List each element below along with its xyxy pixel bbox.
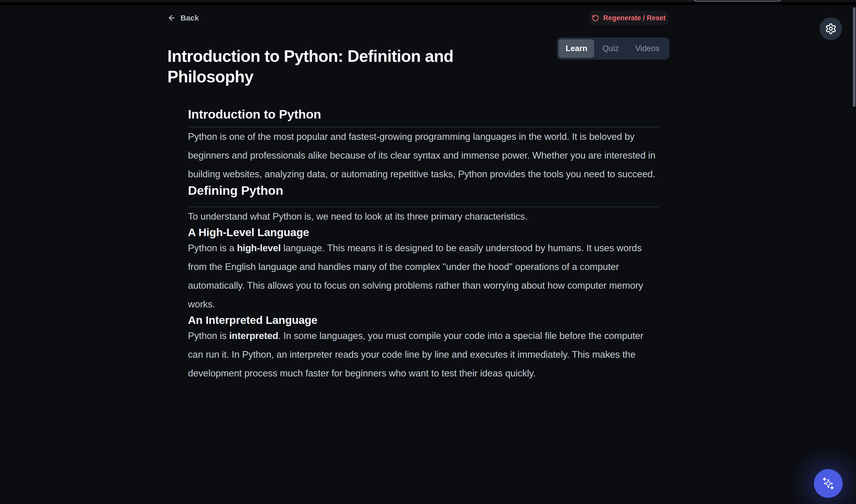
section-heading-defining-python: Defining Python [188, 183, 659, 197]
regenerate-reset-label: Regenerate / Reset [603, 14, 665, 22]
regenerate-reset-button[interactable]: Regenerate / Reset [589, 11, 668, 25]
gear-icon [825, 23, 837, 35]
section-heading-introduction: Introduction to Python [188, 107, 659, 121]
bold-term-interpreted: interpreted [229, 330, 278, 341]
arrow-left-icon [167, 14, 176, 22]
tab-quiz[interactable]: Quiz [594, 39, 627, 58]
ai-assistant-fab[interactable] [814, 469, 843, 498]
tab-learn[interactable]: Learn [559, 39, 594, 58]
page-title: Introduction to Python: Definition and P… [167, 46, 542, 87]
vertical-scrollbar-thumb[interactable] [853, 7, 855, 107]
paragraph-interpreted: Python is interpreted. In some languages… [188, 326, 659, 383]
paragraph-introduction: Python is one of the most popular and fa… [188, 127, 659, 183]
tab-videos[interactable]: Videos [627, 39, 667, 58]
text-segment: Python is [188, 330, 229, 341]
sparkles-icon [821, 476, 835, 490]
back-button[interactable]: Back [167, 13, 199, 23]
view-tabs: Learn Quiz Videos [557, 37, 669, 59]
lesson-content: Introduction to Python Python is one of … [188, 107, 659, 383]
settings-button[interactable] [820, 17, 842, 40]
paragraph-defining-python: To understand what Python is, we need to… [188, 207, 659, 226]
bold-term-high-level: high-level [237, 243, 281, 253]
back-label: Back [180, 14, 199, 22]
top-notch [693, 0, 782, 2]
top-chrome-strip [0, 0, 856, 2]
subheading-interpreted: An Interpreted Language [188, 313, 659, 326]
top-black-bar [0, 2, 856, 5]
rotate-ccw-icon [592, 14, 599, 22]
subheading-high-level: A High-Level Language [188, 226, 659, 239]
paragraph-high-level: Python is a high-level language. This me… [188, 239, 659, 313]
text-segment: Python is a [188, 243, 237, 253]
